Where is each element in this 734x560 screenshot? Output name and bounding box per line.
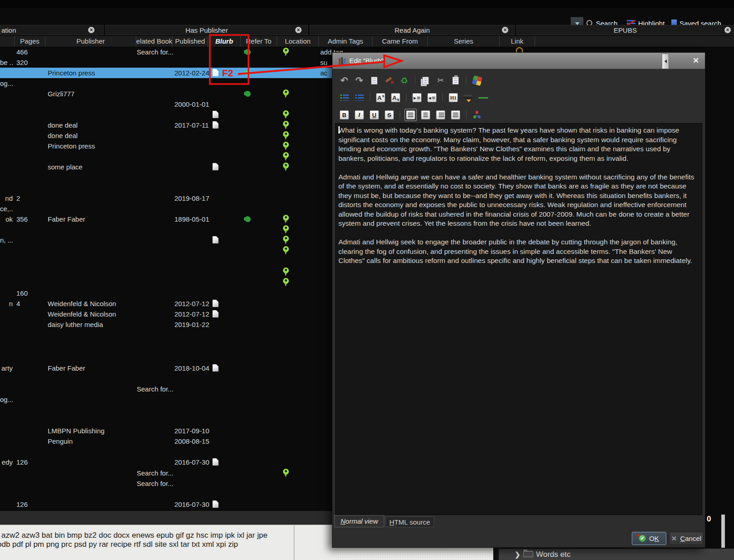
document-button[interactable] xyxy=(369,75,380,86)
close-icon[interactable]: ✕ xyxy=(691,56,701,66)
column-header-series[interactable]: Series xyxy=(428,36,500,47)
scrollbar[interactable] xyxy=(721,515,725,548)
horizontal-rule-icon xyxy=(478,97,488,99)
undo-button[interactable] xyxy=(339,75,350,86)
heading-style-button[interactable] xyxy=(448,92,459,103)
cell-publisher: Grizli777 xyxy=(48,89,136,99)
unordered-list-button[interactable] xyxy=(354,92,365,103)
status-strip xyxy=(0,511,335,525)
clean-formatting-button[interactable] xyxy=(384,75,395,86)
outdent-button[interactable] xyxy=(427,92,437,103)
insert-color-button[interactable] xyxy=(471,109,482,120)
formats-line-2: odb pdf pl pm png prc psd py rar recipe … xyxy=(0,540,238,549)
close-icon[interactable] xyxy=(88,27,94,33)
cell-published: 2008-08-15 xyxy=(174,436,208,446)
align-center-button[interactable] xyxy=(420,109,431,120)
column-header-published[interactable]: Published xyxy=(173,36,208,47)
cell-cut-text: n xyxy=(0,298,13,309)
toolbar-separator xyxy=(466,76,466,84)
indent-button[interactable] xyxy=(412,92,422,103)
column-header-refer-to[interactable]: Refer To xyxy=(241,36,277,47)
ok-button-label: OK xyxy=(649,535,659,542)
group-tab-has-publisher[interactable]: Has Publisher xyxy=(105,25,308,35)
toolbar-separator xyxy=(400,111,400,119)
document-icon xyxy=(371,77,377,84)
location-pin-icon xyxy=(283,121,289,127)
location-pin-icon xyxy=(283,278,289,284)
cell-publisher: Weidenfeld & Nicolson xyxy=(48,298,136,309)
blurb-doc-icon xyxy=(213,458,218,466)
paste-button[interactable] xyxy=(450,75,461,86)
tab-label: Normal view xyxy=(341,517,378,525)
align-right-icon xyxy=(436,110,445,119)
toolbar-separator xyxy=(466,111,466,119)
blurb-doc-icon xyxy=(213,364,218,372)
dialog-titlebar[interactable]: Edit "Blurb" ✕ xyxy=(332,53,705,69)
cancel-button[interactable]: ✕ Cancel xyxy=(669,532,704,545)
blurb-editor[interactable]: What is wrong with today's banking syste… xyxy=(335,123,702,515)
location-pin-icon xyxy=(283,48,289,54)
chevron-right-icon[interactable]: ❯ xyxy=(515,550,521,559)
background-color-button[interactable] xyxy=(471,75,482,86)
column-header-came-from[interactable]: Came From xyxy=(372,36,428,47)
cell-published: 1898-05-01 xyxy=(174,214,208,224)
close-icon[interactable] xyxy=(295,27,302,33)
column-header-admin-tags[interactable]: Admin Tags xyxy=(319,36,372,47)
cell-pages: 126 xyxy=(16,499,45,510)
column-header-related-book[interactable]: elated Book xyxy=(136,36,173,47)
tab-normal-view[interactable]: Normal view xyxy=(334,515,384,527)
group-tab-label: ation xyxy=(1,26,16,34)
outdent-icon xyxy=(427,93,436,102)
underline-button[interactable] xyxy=(369,109,380,120)
strikethrough-button[interactable] xyxy=(384,109,395,120)
cell-pages: 4 xyxy=(16,298,45,309)
align-left-button[interactable] xyxy=(405,109,416,120)
titlebar-slider[interactable] xyxy=(662,54,669,69)
horizontal-rule-button[interactable] xyxy=(478,92,489,103)
align-justify-button[interactable] xyxy=(450,109,461,120)
search-bar: Search Highlight Saved search xyxy=(0,8,734,22)
italic-button[interactable] xyxy=(354,109,365,120)
cell-publisher: done deal xyxy=(48,120,136,130)
blurb-text: What is wrong with today's banking syste… xyxy=(338,126,699,266)
smarten-punctuation-button[interactable] xyxy=(463,92,474,103)
column-header-link[interactable]: Link xyxy=(500,36,535,47)
close-icon[interactable] xyxy=(724,27,731,33)
ok-button[interactable]: OK xyxy=(632,532,666,545)
close-icon[interactable] xyxy=(502,27,508,33)
column-header-pages[interactable]: Pages xyxy=(15,36,45,47)
group-tab-read-again[interactable]: Read Again xyxy=(310,25,515,35)
group-tab-label: Has Publisher xyxy=(185,26,228,34)
blurb-doc-icon xyxy=(213,111,218,118)
undo-icon xyxy=(341,75,348,86)
subscript-button[interactable] xyxy=(390,92,401,103)
location-pin-icon xyxy=(283,110,289,116)
toolbar-separator xyxy=(370,94,370,102)
redo-button[interactable] xyxy=(354,75,365,86)
location-pin-icon xyxy=(283,163,289,168)
paste-icon xyxy=(452,77,459,84)
column-header-publisher[interactable]: Publisher xyxy=(45,36,136,47)
copy-button[interactable] xyxy=(420,75,431,86)
column-header-blurb[interactable]: Blurb xyxy=(208,36,241,47)
toolbar-row-1 xyxy=(339,74,482,86)
column-header-cut[interactable] xyxy=(0,36,15,47)
cell-cut-text: og... xyxy=(0,394,13,405)
column-header-location[interactable]: Location xyxy=(277,36,319,47)
blurb-doc-icon xyxy=(213,310,218,317)
align-right-button[interactable] xyxy=(435,109,446,120)
location-pin-icon xyxy=(283,215,289,221)
blurb-doc-icon xyxy=(213,121,218,129)
file-formats-panel: azw2 azw3 bat bin bmp bz2 doc docx enews… xyxy=(0,525,335,560)
bold-button[interactable] xyxy=(339,109,350,120)
folder-tree-row[interactable]: ❯ Words etc xyxy=(499,549,734,560)
cell-publisher: some place xyxy=(48,162,136,172)
panel-divider xyxy=(294,525,294,560)
ordered-list-button[interactable] xyxy=(339,92,350,103)
superscript-button[interactable] xyxy=(375,92,386,103)
recycle-button[interactable] xyxy=(399,75,410,86)
align-justify-icon xyxy=(451,110,460,119)
group-tab-epubs[interactable]: EPUBS xyxy=(516,25,734,35)
tab-html-source[interactable]: HTML source xyxy=(385,516,434,527)
cut-button[interactable] xyxy=(435,75,446,86)
